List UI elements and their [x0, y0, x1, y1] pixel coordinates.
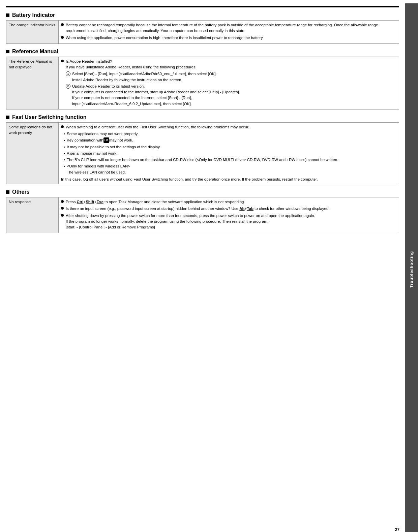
dash-item: Some applications may not work properly. — [64, 131, 396, 137]
list-item: Is Adobe Reader installed?If you have un… — [61, 59, 396, 70]
row-content: Is Adobe Reader installed?If you have un… — [59, 57, 399, 109]
list-item: When switching to a different user with … — [61, 124, 396, 130]
sidebar: Troubleshooting — [405, 3, 418, 532]
row-content: When switching to a different user with … — [59, 122, 399, 184]
bullet-dot — [61, 214, 64, 217]
bullet-dot — [61, 23, 64, 26]
table-row: The orange indicator blinks Battery cann… — [6, 21, 399, 44]
section-heading-label: Fast User Switching function — [12, 114, 86, 120]
bullet-dot — [61, 36, 64, 39]
table-row: Some applications do not work properly W… — [6, 122, 399, 184]
list-item: Battery cannot be recharged temporarily … — [61, 22, 396, 34]
section-heading-label: Reference Manual — [12, 49, 58, 55]
row-content: Battery cannot be recharged temporarily … — [59, 21, 399, 44]
page-wrapper: Battery Indicator The orange indicator b… — [0, 3, 418, 532]
bullet-list: Battery cannot be recharged temporarily … — [61, 22, 396, 41]
section-bullet-icon — [6, 116, 9, 119]
shift-key: Shift — [86, 200, 94, 204]
sub-list-item: 1 Select [Start] - [Run], input [c:\util… — [66, 71, 396, 83]
bullet-dot — [61, 60, 64, 62]
fast-user-switching-table: Some applications do not work properly W… — [6, 122, 399, 184]
section-battery-indicator: Battery Indicator — [6, 12, 399, 18]
dash-item: It may not be possible to set the settin… — [64, 144, 396, 150]
list-item-text: After shutting down by pressing the powe… — [66, 213, 315, 230]
bullet-dot — [61, 207, 64, 210]
circle-num-icon: 2 — [66, 84, 70, 89]
list-item: After shutting down by pressing the powe… — [61, 213, 396, 230]
sub-numbered-list: 1 Select [Start] - [Run], input [c:\util… — [66, 71, 396, 107]
dash-item: Key combination with Fn may not work. — [64, 137, 396, 143]
sidebar-label: Troubleshooting — [409, 251, 414, 288]
alt-key: Alt — [239, 207, 244, 211]
section-fast-user-switching: Fast User Switching function — [6, 114, 399, 120]
dash-list: Some applications may not work properly.… — [64, 131, 396, 175]
list-item: Is there an input screen (e.g., password… — [61, 206, 396, 212]
battery-indicator-table: The orange indicator blinks Battery cann… — [6, 20, 399, 44]
ctrl-key: Ctrl — [77, 200, 84, 204]
dash-item: The B's CLiP icon will no longer be show… — [64, 157, 396, 163]
circle-num-icon: 1 — [66, 71, 70, 76]
list-item-text: When using the application, power consum… — [66, 35, 264, 41]
row-label: The Reference Manual is not displayed — [6, 57, 59, 109]
section-bullet-icon — [6, 190, 9, 194]
top-border — [6, 6, 399, 7]
section-others: Others — [6, 189, 399, 195]
dash-item: A serial mouse may not work. — [64, 151, 396, 156]
bullet-list: When switching to a different user with … — [61, 124, 396, 130]
page-number: 27 — [395, 527, 399, 532]
list-item-text: Is Adobe Reader installed?If you have un… — [66, 59, 197, 70]
sub-list-item: 2 Update Adobe Reader to its latest vers… — [66, 84, 396, 107]
table-row: No response Press Ctrl+Shift+Esc to open… — [6, 197, 399, 233]
list-item-text: When switching to a different user with … — [66, 124, 249, 130]
section-bullet-icon — [6, 50, 9, 53]
reference-manual-table: The Reference Manual is not displayed Is… — [6, 57, 399, 109]
list-item-text: Battery cannot be recharged temporarily … — [66, 22, 396, 34]
dash-item: <Only for models with wireless LAN>The w… — [64, 163, 396, 175]
list-item: Press Ctrl+Shift+Esc to open Task Manage… — [61, 199, 396, 205]
sub-item-text: Update Adobe Reader to its latest versio… — [72, 84, 240, 107]
bullet-dot — [61, 125, 64, 128]
others-table: No response Press Ctrl+Shift+Esc to open… — [6, 197, 399, 233]
row-label: The orange indicator blinks — [6, 21, 59, 44]
row-label: Some applications do not work properly — [6, 122, 59, 184]
section-reference-manual: Reference Manual — [6, 49, 399, 55]
list-item-text: Is there an input screen (e.g., password… — [66, 206, 330, 212]
footer-text: In this case, log off all users without … — [61, 177, 396, 182]
esc-key: Esc — [96, 200, 103, 204]
fn-key-icon: Fn — [103, 137, 109, 143]
section-heading-label: Others — [12, 189, 30, 195]
sub-item-text: Select [Start] - [Run], input [c:\util\r… — [72, 71, 217, 83]
list-item: When using the application, power consum… — [61, 35, 396, 41]
bullet-list: Press Ctrl+Shift+Esc to open Task Manage… — [61, 199, 396, 230]
tab-key: Tab — [247, 207, 253, 211]
list-item-text: Press Ctrl+Shift+Esc to open Task Manage… — [66, 199, 245, 205]
section-heading-label: Battery Indicator — [12, 12, 55, 18]
row-content: Press Ctrl+Shift+Esc to open Task Manage… — [59, 197, 399, 233]
bullet-list: Is Adobe Reader installed?If you have un… — [61, 59, 396, 70]
main-content: Battery Indicator The orange indicator b… — [0, 3, 405, 532]
bullet-dot — [61, 200, 64, 203]
table-row: The Reference Manual is not displayed Is… — [6, 57, 399, 109]
row-label: No response — [6, 197, 59, 233]
section-bullet-icon — [6, 13, 9, 17]
